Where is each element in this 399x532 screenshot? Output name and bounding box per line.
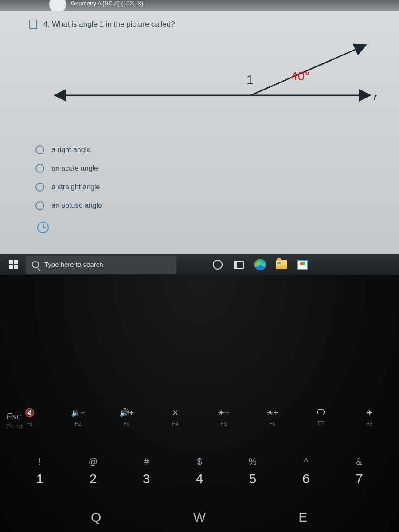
svg-rect-5 <box>9 265 13 269</box>
question-text: 4. What is angle 1 in the picture called… <box>43 20 175 29</box>
timer-icon[interactable] <box>37 222 49 233</box>
radio-icon[interactable] <box>35 164 44 173</box>
option-d[interactable]: an obtuse angle <box>35 201 372 210</box>
cortana-icon[interactable] <box>208 256 227 274</box>
key-f7: 🖵F7 <box>301 408 341 427</box>
option-label: an obtuse angle <box>51 202 102 210</box>
key-1: !1 <box>20 457 60 486</box>
key-4: $4 <box>180 457 219 486</box>
course-name: Geometry A [NC.A] (102...X) <box>71 0 143 7</box>
key-6: ^6 <box>286 457 326 486</box>
svg-rect-3 <box>9 260 13 264</box>
qwerty-row: Q W E <box>0 510 399 525</box>
key-3: #3 <box>126 457 166 486</box>
radio-icon[interactable] <box>35 201 44 210</box>
key-f6: ☀+F6 <box>252 408 292 427</box>
course-header: Geometry A [NC.A] (102...X) <box>0 0 399 11</box>
key-f5: ☀−F5 <box>204 408 244 427</box>
key-f1: 🔇F1 <box>10 408 50 427</box>
taskview-icon[interactable] <box>230 256 248 274</box>
key-w: W <box>177 510 222 525</box>
number-key-row: !1 @2 #3 $4 %5 ^6 &7 <box>0 457 399 486</box>
option-a[interactable]: a right angle <box>35 145 372 154</box>
store-icon[interactable] <box>293 256 312 274</box>
option-label: a right angle <box>51 146 90 154</box>
search-icon <box>32 261 39 268</box>
angle-diagram: 1 40° r <box>29 38 379 127</box>
key-f4: ✕F4 <box>155 408 195 427</box>
question-number: 4. <box>43 20 50 28</box>
taskbar-search[interactable]: Type here to search <box>26 256 176 274</box>
search-placeholder: Type here to search <box>44 261 103 268</box>
key-f8: ✈F8 <box>349 408 389 427</box>
option-label: a straight angle <box>51 183 100 191</box>
key-5: %5 <box>233 457 273 486</box>
key-2: @2 <box>73 457 113 486</box>
diagram-ray-letter: r <box>374 91 377 103</box>
question-block: 4. What is angle 1 in the picture called… <box>0 4 399 140</box>
edge-icon[interactable] <box>251 256 270 274</box>
svg-rect-4 <box>14 260 18 264</box>
avatar <box>49 0 66 11</box>
file-explorer-icon[interactable] <box>272 256 291 274</box>
option-b[interactable]: an acute angle <box>35 164 372 173</box>
radio-icon[interactable] <box>35 183 44 192</box>
function-key-row: 🔇F1 🔉−F2 🔊+F3 ✕F4 ☀−F5 ☀+F6 🖵F7 ✈F8 <box>0 408 399 427</box>
svg-rect-6 <box>14 265 18 269</box>
diagram-label-40: 40° <box>291 69 309 83</box>
key-f2: 🔉−F2 <box>58 408 98 427</box>
key-q: Q <box>74 510 118 525</box>
windows-taskbar: Type here to search <box>0 254 399 275</box>
key-7: &7 <box>339 457 379 486</box>
option-label: an acute angle <box>51 164 98 172</box>
bookmark-icon[interactable] <box>29 20 37 29</box>
radio-icon[interactable] <box>35 145 44 154</box>
key-f3: 🔊+F3 <box>107 408 147 427</box>
diagram-label-1: 1 <box>246 73 254 87</box>
screen-area: Geometry A [NC.A] (102...X) 4. What is a… <box>0 0 399 275</box>
option-c[interactable]: a straight angle <box>35 183 372 192</box>
answer-options: a right angle an acute angle a straight … <box>0 145 399 233</box>
question-body: What is angle 1 in the picture called? <box>52 20 175 28</box>
key-e: E <box>281 510 325 525</box>
physical-keyboard: Esc FnLock 🔇F1 🔉−F2 🔊+F3 ✕F4 ☀−F5 ☀+F6 🖵… <box>0 275 399 532</box>
start-button[interactable] <box>4 256 23 274</box>
